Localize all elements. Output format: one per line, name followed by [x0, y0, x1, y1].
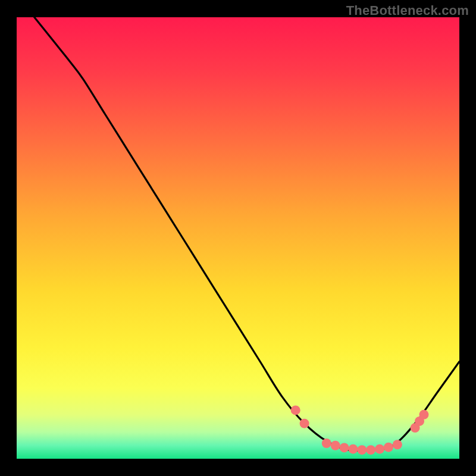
plot-frame-right	[459, 0, 476, 476]
plot-background	[17, 17, 459, 459]
data-marker	[340, 443, 349, 452]
data-marker	[375, 444, 384, 454]
chart-svg	[0, 0, 476, 476]
data-marker	[419, 410, 428, 419]
data-marker	[366, 445, 375, 455]
plot-frame-left	[0, 0, 17, 476]
data-marker	[393, 440, 402, 449]
plot-frame-bottom	[0, 459, 476, 476]
data-marker	[348, 444, 358, 454]
chart-container: TheBottleneck.com	[0, 0, 476, 476]
attribution-label: TheBottleneck.com	[346, 3, 469, 18]
data-marker	[384, 443, 393, 452]
data-marker	[331, 441, 340, 450]
data-marker	[291, 405, 300, 415]
data-marker	[357, 445, 367, 455]
data-marker	[322, 439, 331, 448]
data-marker	[300, 419, 309, 428]
